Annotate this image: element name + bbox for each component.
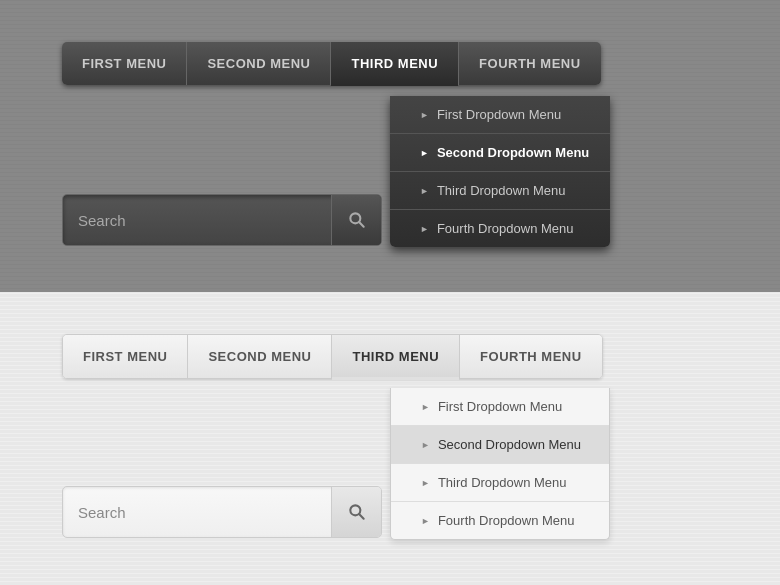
light-arrow-icon-3: ► <box>421 478 430 488</box>
dark-nav-first-menu[interactable]: FIRST MENU <box>62 42 187 85</box>
light-search-input[interactable] <box>63 490 331 535</box>
dark-search-button[interactable] <box>331 195 381 245</box>
dark-search-icon <box>347 210 367 230</box>
light-arrow-icon-2: ► <box>421 440 430 450</box>
dark-dropdown-menu: ► First Dropdown Menu ► Second Dropdown … <box>390 96 610 247</box>
dark-dropdown-label-4: Fourth Dropdown Menu <box>437 221 574 236</box>
light-navbar: FIRST MENU SECOND MENU THIRD MENU FOURTH… <box>62 334 603 379</box>
light-dropdown-item-4[interactable]: ► Fourth Dropdown Menu <box>391 502 609 539</box>
dark-nav-third-menu[interactable]: THIRD MENU <box>331 42 459 85</box>
light-search-icon <box>347 502 367 522</box>
dark-dropdown-item-4[interactable]: ► Fourth Dropdown Menu <box>390 210 610 247</box>
light-arrow-icon-4: ► <box>421 516 430 526</box>
light-dropdown-menu: ► First Dropdown Menu ► Second Dropdown … <box>390 388 610 540</box>
light-dropdown-label-4: Fourth Dropdown Menu <box>438 513 575 528</box>
light-nav-third-menu[interactable]: THIRD MENU <box>332 335 460 378</box>
dark-search-input[interactable] <box>63 198 331 243</box>
light-dropdown-item-3[interactable]: ► Third Dropdown Menu <box>391 464 609 502</box>
light-dropdown-item-1[interactable]: ► First Dropdown Menu <box>391 388 609 426</box>
light-theme-section: FIRST MENU SECOND MENU THIRD MENU FOURTH… <box>0 292 780 585</box>
dark-dropdown-item-2[interactable]: ► Second Dropdown Menu <box>390 134 610 172</box>
light-search-button[interactable] <box>331 487 381 537</box>
light-nav-second-menu[interactable]: SECOND MENU <box>188 335 332 378</box>
light-dropdown-label-3: Third Dropdown Menu <box>438 475 567 490</box>
dark-dropdown-item-3[interactable]: ► Third Dropdown Menu <box>390 172 610 210</box>
light-search-box <box>62 486 382 538</box>
dark-dropdown-item-1[interactable]: ► First Dropdown Menu <box>390 96 610 134</box>
dark-dropdown-label-1: First Dropdown Menu <box>437 107 561 122</box>
dark-search-wrapper <box>62 194 382 246</box>
light-arrow-icon-1: ► <box>421 402 430 412</box>
dark-dropdown-label-2: Second Dropdown Menu <box>437 145 589 160</box>
dark-nav-fourth-menu[interactable]: FOURTH MENU <box>459 42 601 85</box>
light-dropdown-label-1: First Dropdown Menu <box>438 399 562 414</box>
light-dropdown-item-2[interactable]: ► Second Dropdown Menu <box>391 426 609 464</box>
dark-dropdown-label-3: Third Dropdown Menu <box>437 183 566 198</box>
light-nav-fourth-menu[interactable]: FOURTH MENU <box>460 335 602 378</box>
light-nav-first-menu[interactable]: FIRST MENU <box>63 335 188 378</box>
arrow-icon-2: ► <box>420 148 429 158</box>
dark-search-box <box>62 194 382 246</box>
arrow-icon-1: ► <box>420 110 429 120</box>
light-search-wrapper <box>62 486 382 538</box>
svg-line-1 <box>359 222 364 227</box>
dark-theme-section: FIRST MENU SECOND MENU THIRD MENU FOURTH… <box>0 0 780 292</box>
svg-line-3 <box>359 514 364 519</box>
arrow-icon-3: ► <box>420 186 429 196</box>
arrow-icon-4: ► <box>420 224 429 234</box>
dark-navbar: FIRST MENU SECOND MENU THIRD MENU FOURTH… <box>62 42 601 85</box>
dark-nav-second-menu[interactable]: SECOND MENU <box>187 42 331 85</box>
light-dropdown-label-2: Second Dropdown Menu <box>438 437 581 452</box>
